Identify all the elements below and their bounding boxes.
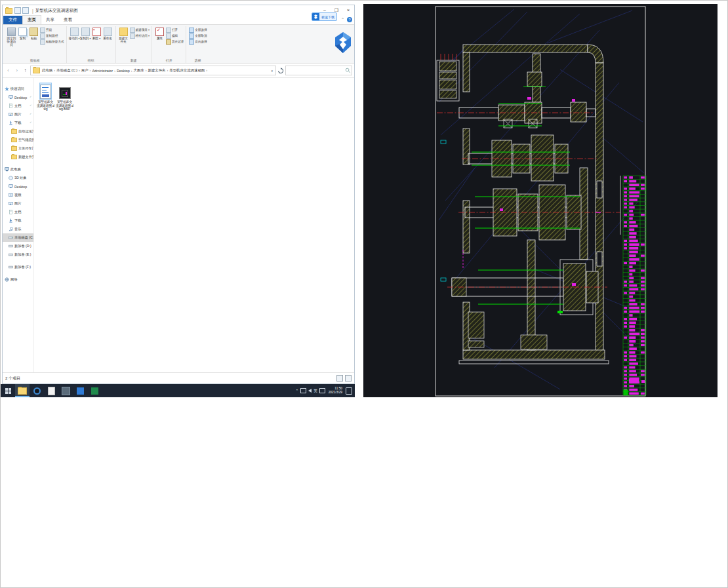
sidebar-item-recent-folder-2[interactable]: 空气锤总图+锤体组件	[3, 136, 33, 144]
sidebar-item-drive-f[interactable]: 新加卷 (F:)	[3, 263, 33, 271]
taskbar-word[interactable]	[58, 384, 73, 397]
sidebar-item-recent-folder-3[interactable]: 立体停车门图纸	[3, 144, 33, 153]
file-item-dwg[interactable]: 某型机床交流调速箱图.dwg	[37, 83, 54, 111]
sidebar-item-recent-folder-1[interactable]: 自动运送汽车CAD配图	[3, 127, 33, 136]
notification-center-icon[interactable]	[346, 387, 352, 395]
sidebar-item-videos[interactable]: 视频	[3, 191, 33, 199]
open-button[interactable]: 打开	[166, 27, 184, 33]
copy-icon	[18, 28, 27, 36]
new-item-button[interactable]: 新建项目	[130, 27, 150, 33]
move-to-icon	[70, 28, 79, 36]
sidebar-item-recent-folder-4[interactable]: 新建文件夹	[3, 153, 33, 161]
cut-button[interactable]: 剪切	[40, 27, 64, 33]
forward-icon[interactable]: ›	[13, 67, 20, 74]
taskbar-wps[interactable]	[44, 384, 58, 397]
sidebar-item-desktop-pinned[interactable]: Desktop ✓	[3, 93, 33, 102]
sidebar-item-documents[interactable]: 文档	[3, 208, 33, 216]
taskbar-browser[interactable]	[30, 384, 44, 397]
pin-to-quick-access-button[interactable]: 固定到快速访问	[6, 27, 17, 47]
close-button[interactable]: ×	[342, 5, 354, 16]
history-button[interactable]: 历史记录	[166, 39, 184, 45]
search-input[interactable]	[286, 69, 345, 73]
delete-button[interactable]: 删除	[91, 27, 102, 41]
copy-path-button[interactable]: 复制路径	[40, 33, 64, 39]
select-all-button[interactable]: 全部选择	[189, 27, 207, 33]
edit-icon	[166, 33, 171, 39]
paste-shortcut-button[interactable]: 粘贴快捷方式	[40, 39, 64, 45]
thunder-download-badge[interactable]: 极速下载	[312, 12, 337, 21]
back-icon[interactable]: ‹	[5, 67, 12, 74]
refresh-icon[interactable]	[277, 68, 284, 74]
drive-icon	[9, 265, 13, 269]
download-icon	[9, 121, 13, 125]
start-button[interactable]	[1, 384, 15, 397]
sidebar-item-drive-d[interactable]: 新加卷 (D:)	[3, 242, 33, 250]
breadcrumb[interactable]: 此电脑 本地磁盘 (C:) 用户 Administrator Desktop 大…	[30, 66, 276, 75]
sidebar-item-quick-access[interactable]: 快速访问	[3, 85, 33, 93]
details-view-icon[interactable]	[336, 375, 343, 382]
tray-battery-icon[interactable]	[319, 388, 325, 393]
select-none-button[interactable]: 全部取消	[189, 33, 207, 39]
group-label-open: 打开	[152, 58, 186, 62]
tab-share[interactable]: 共享	[41, 16, 59, 24]
sidebar-item-downloads-pinned[interactable]: 下载 ✓	[3, 119, 33, 127]
sidebar-item-pictures-pinned[interactable]: 图片 ✓	[3, 110, 33, 119]
collapse-ribbon-icon[interactable]: ⌃	[340, 18, 345, 22]
crumb-desktop[interactable]: Desktop	[116, 69, 133, 73]
copy-button[interactable]: 复制	[17, 27, 28, 41]
taskbar-excel[interactable]	[87, 384, 102, 397]
file-item-bmp[interactable]: 某型机床交流调速箱图.dwg.BMP	[56, 83, 73, 111]
search-icon[interactable]	[345, 68, 351, 73]
help-icon[interactable]: ?	[347, 17, 352, 22]
tab-view[interactable]: 查看	[59, 16, 77, 24]
pictures-icon	[9, 112, 13, 117]
crumb-administrator[interactable]: Administrator	[91, 69, 116, 73]
crumb-current[interactable]: 某型机床交流调速箱图	[169, 68, 208, 73]
taskbar-file-explorer[interactable]	[15, 384, 30, 397]
sidebar-item-drive-c[interactable]: 本地磁盘 (C:)	[3, 233, 33, 242]
copy-to-button[interactable]: 复制到	[80, 27, 91, 41]
sidebar-item-network[interactable]: 网络	[3, 275, 33, 284]
crumb-this-pc[interactable]: 此电脑	[41, 68, 56, 73]
address-dropdown-icon[interactable]: ▾	[270, 69, 274, 73]
sidebar-item-3d-objects[interactable]: 3D 对象	[3, 174, 33, 182]
new-folder-button[interactable]: 新建文件夹	[118, 27, 129, 44]
tray-ime-indicator[interactable]: 英	[313, 389, 317, 393]
select-all-icon	[189, 28, 194, 33]
qat-new-folder-icon[interactable]	[22, 7, 29, 14]
hidden-icons-chevron[interactable]: ⌃	[296, 389, 299, 393]
tab-home[interactable]: 主页	[22, 15, 41, 24]
edit-button[interactable]: 编辑	[166, 33, 184, 39]
sidebar-item-desktop[interactable]: Desktop	[3, 182, 33, 191]
delete-icon	[92, 28, 101, 36]
crumb-drive-c[interactable]: 本地磁盘 (C:)	[56, 68, 81, 73]
document-icon	[9, 210, 13, 214]
up-icon[interactable]: ↑	[22, 67, 29, 74]
paste-button[interactable]: 粘贴	[28, 27, 39, 41]
thumbnail-view-icon[interactable]	[345, 375, 352, 382]
thunder-app-logo-icon[interactable]	[334, 31, 352, 54]
invert-selection-button[interactable]: 反向选择	[189, 39, 207, 45]
sidebar-item-music[interactable]: 音乐	[3, 225, 33, 233]
document-icon	[9, 104, 13, 108]
easy-access-button[interactable]: 轻松访问	[130, 33, 150, 39]
crumb-users[interactable]: 用户	[81, 68, 92, 73]
sidebar-item-this-pc[interactable]: 此电脑	[3, 165, 33, 174]
sidebar-item-drive-e[interactable]: 新加卷 (E:)	[3, 250, 33, 259]
browser-icon	[33, 387, 41, 395]
tray-monitor-icon[interactable]	[300, 388, 306, 393]
crumb-library[interactable]: 大图库	[133, 68, 148, 73]
status-bar: 2 个项目	[3, 372, 354, 383]
qat-properties-icon[interactable]	[14, 7, 21, 14]
properties-button[interactable]: 属性	[154, 27, 165, 41]
rename-button[interactable]: 重命名	[102, 27, 113, 41]
crumb-new-folder[interactable]: 新建文件夹	[148, 68, 169, 73]
taskbar-clock[interactable]: 11:50 2021/3/29	[327, 387, 344, 394]
taskbar-thunder[interactable]	[73, 384, 87, 397]
move-to-button[interactable]: 移动到	[69, 27, 80, 41]
tray-volume-icon[interactable]	[308, 389, 312, 393]
sidebar-item-documents-pinned[interactable]: 文档 ✓	[3, 102, 33, 110]
sidebar-item-downloads[interactable]: 下载	[3, 216, 33, 225]
tab-file[interactable]: 文件	[3, 16, 22, 24]
sidebar-item-pictures[interactable]: 图片	[3, 199, 33, 208]
